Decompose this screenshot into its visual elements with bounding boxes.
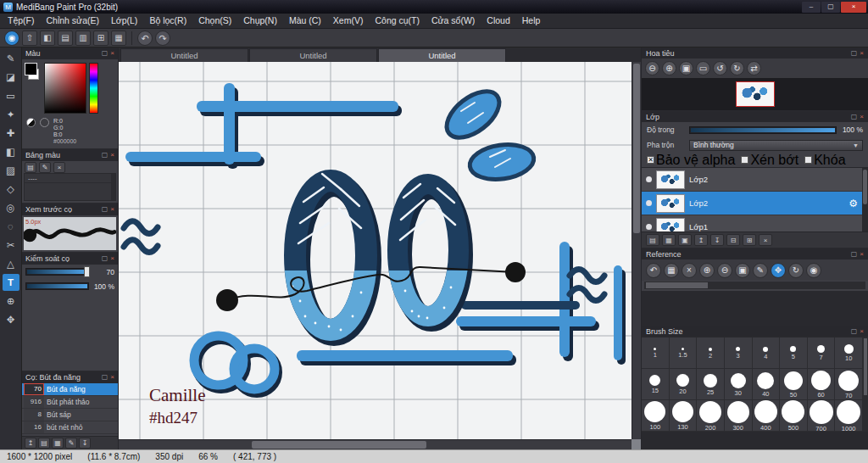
float-panel-icon[interactable]: ▢ [102, 151, 108, 159]
brush-size-cell[interactable]: 700 [808, 400, 836, 432]
visibility-icon[interactable] [646, 224, 652, 230]
rotate-icon[interactable]: ↻ [788, 263, 804, 278]
pick-color-icon[interactable]: ✎ [753, 263, 768, 278]
brush-size-cell[interactable]: 1 [642, 337, 670, 369]
brush-size-cell[interactable]: 100 [642, 400, 670, 432]
back-icon[interactable]: ↶ [646, 263, 661, 278]
reference-scrollbar[interactable] [644, 282, 865, 289]
layer-row[interactable]: Lớp1 [642, 215, 862, 232]
float-panel-icon[interactable]: ▢ [851, 49, 858, 58]
close-panel-icon[interactable]: × [860, 327, 864, 336]
tool-eraser-icon[interactable]: ◪ [3, 69, 19, 86]
layer-scroll-thumb[interactable] [863, 170, 867, 204]
brush-size-cell[interactable]: 400 [753, 400, 781, 432]
palette-list[interactable]: ---- [24, 173, 116, 201]
tool-gradient-icon[interactable]: ▨ [3, 162, 19, 179]
zoom-out-icon[interactable]: ⊖ [645, 61, 659, 75]
float-panel-icon[interactable]: ▢ [102, 49, 108, 58]
float-panel-icon[interactable]: ▢ [102, 254, 108, 263]
reset-view-icon[interactable]: ⇄ [747, 61, 761, 75]
palette-delete-icon[interactable]: × [53, 162, 65, 173]
tool-hand-icon[interactable]: ✥ [3, 311, 19, 328]
tool-zoom-icon[interactable]: ⊕ [3, 293, 19, 310]
brush-opacity-slider[interactable] [25, 282, 89, 290]
brush-size-cell[interactable]: 15 [642, 369, 670, 400]
brush-size-cell[interactable]: 130 [670, 400, 698, 432]
brush-list-item[interactable]: 16bút nét nhỏ [22, 421, 118, 434]
grid-view-icon[interactable]: ⊞ [93, 31, 108, 46]
tool-shape-icon[interactable]: ◇ [3, 181, 19, 198]
tool-fill-icon[interactable]: ◧ [3, 143, 19, 160]
float-panel-icon[interactable]: ▢ [851, 327, 858, 336]
close-panel-icon[interactable]: × [110, 254, 114, 263]
brush-folder-icon[interactable]: ▦ [52, 438, 64, 449]
zoom-out-icon[interactable]: ⊖ [717, 263, 732, 278]
vscroll-thumb[interactable] [633, 64, 640, 233]
layer-checkbox[interactable]: ✕Bảo vệ alpha [647, 153, 735, 168]
layer-checkbox[interactable]: Xén bớt [741, 153, 798, 168]
hand-icon[interactable]: ✥ [771, 263, 786, 278]
layer-add-icon[interactable]: ▤ [646, 234, 659, 246]
layer-clear-icon[interactable]: ⊞ [743, 234, 756, 246]
brush-new-icon[interactable]: ▤ [38, 438, 50, 449]
document-tab-1[interactable]: Untitled [249, 48, 377, 62]
zoom-in-icon[interactable]: ⊕ [699, 263, 715, 278]
opacity-slider[interactable] [689, 126, 837, 134]
brush-list-item[interactable]: 70Bút đa năng [22, 383, 118, 396]
float-panel-icon[interactable]: ▢ [102, 373, 108, 382]
visibility-icon[interactable] [646, 176, 652, 182]
palette-edit-icon[interactable]: ✎ [39, 162, 51, 173]
float-panel-icon[interactable]: ▢ [851, 113, 858, 121]
close-panel-icon[interactable]: × [110, 151, 114, 159]
maximize-button[interactable]: ▢ [821, 2, 840, 13]
brush-size-cell[interactable]: 30 [725, 369, 753, 400]
document-tab-0[interactable]: Untitled [120, 48, 248, 62]
close-panel-icon[interactable]: × [860, 250, 864, 259]
actual-size-icon[interactable]: ▭ [696, 61, 710, 75]
palette-row[interactable]: ---- [25, 174, 115, 183]
close-panel-icon[interactable]: × [860, 49, 864, 58]
tool-divide-icon[interactable]: ✂ [3, 237, 19, 254]
visibility-icon[interactable] [646, 200, 652, 206]
brush-edit-icon[interactable]: ✎ [65, 438, 77, 449]
layer-row[interactable]: Lớp2 [642, 168, 862, 192]
brush-size-cell[interactable]: 40 [753, 369, 781, 400]
brush-list-item[interactable]: 8Bút sáp [22, 409, 118, 421]
brush-size-cell[interactable]: 10 [835, 337, 863, 369]
layer-move-down-icon[interactable]: ↧ [710, 234, 724, 246]
brush-size-cell[interactable]: 20 [670, 369, 698, 400]
open-folder-icon[interactable]: ▦ [664, 263, 679, 278]
rotate-left-icon[interactable]: ↺ [713, 61, 727, 75]
layer-scrollbar[interactable] [862, 168, 868, 232]
layer-delete-icon[interactable]: × [759, 234, 772, 246]
transparent-color-icon[interactable] [40, 118, 49, 127]
palette-scrollbar[interactable] [111, 174, 115, 200]
zoom-in-icon[interactable]: ⊕ [662, 61, 676, 75]
pin-icon[interactable]: ◉ [806, 263, 821, 278]
layer-move-up-icon[interactable]: ↥ [694, 234, 708, 246]
brush-size-cell[interactable]: 5 [780, 337, 808, 369]
menu-item-8[interactable]: Công cụ(T) [369, 14, 426, 28]
menu-item-3[interactable]: Bộ lọc(R) [143, 14, 192, 28]
float-panel-icon[interactable]: ▢ [102, 205, 108, 214]
document-tab-2[interactable]: Untitled [378, 48, 506, 62]
brush-size-cell[interactable]: 60 [808, 369, 836, 400]
hue-slider[interactable] [89, 63, 98, 114]
comment-icon[interactable]: ◧ [40, 31, 55, 46]
brush-size-cell[interactable]: 4 [753, 337, 781, 369]
navigator-thumbnail[interactable] [736, 81, 775, 107]
layer-checkbox[interactable]: Khóa [804, 153, 845, 168]
brush-size-cell[interactable]: 200 [697, 400, 725, 432]
reference-scroll-thumb[interactable] [646, 282, 708, 288]
canvas[interactable]: Camille #hd247 [119, 62, 632, 439]
canvas-hscrollbar[interactable] [119, 439, 632, 449]
menu-item-9[interactable]: Cửa sổ(W) [426, 14, 481, 28]
float-panel-icon[interactable]: ▢ [851, 250, 858, 259]
brush-size-cell[interactable]: 25 [697, 369, 725, 400]
rotate-right-icon[interactable]: ↻ [730, 61, 744, 75]
close-panel-icon[interactable]: × [110, 49, 114, 58]
tool-lasso-icon[interactable]: ◌ [3, 218, 19, 235]
fit-window-icon[interactable]: ▣ [679, 61, 693, 75]
brush-size-cell[interactable]: 1.5 [670, 337, 698, 369]
brush-size-cell[interactable]: 300 [725, 400, 753, 432]
